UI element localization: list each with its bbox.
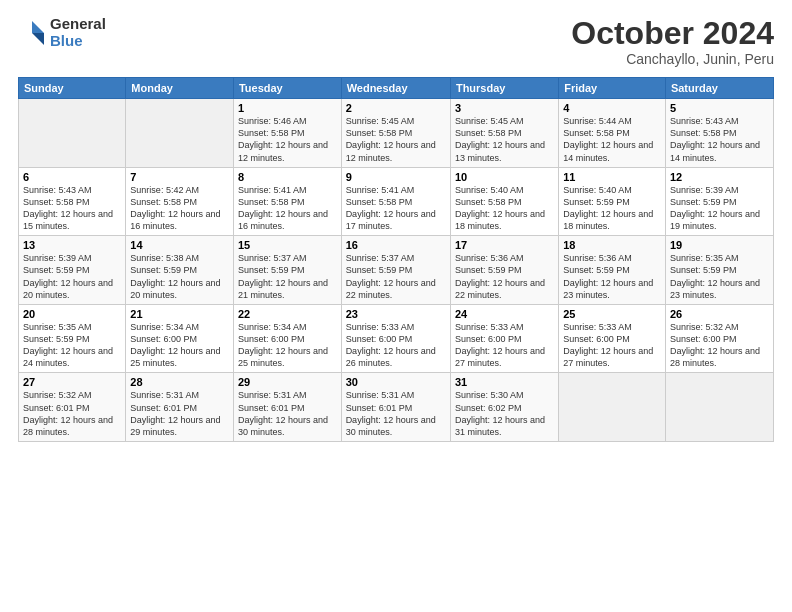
day-number: 8 xyxy=(238,171,337,183)
day-number: 31 xyxy=(455,376,554,388)
week-row-2: 13Sunrise: 5:39 AM Sunset: 5:59 PM Dayli… xyxy=(19,236,774,305)
svg-marker-1 xyxy=(32,33,44,45)
day-number: 11 xyxy=(563,171,661,183)
day-number: 26 xyxy=(670,308,769,320)
day-number: 24 xyxy=(455,308,554,320)
col-thursday: Thursday xyxy=(450,78,558,99)
calendar-header: Sunday Monday Tuesday Wednesday Thursday… xyxy=(19,78,774,99)
day-info: Sunrise: 5:30 AM Sunset: 6:02 PM Dayligh… xyxy=(455,389,554,438)
page: General Blue October 2024 Canchayllo, Ju… xyxy=(0,0,792,612)
day-number: 2 xyxy=(346,102,446,114)
day-info: Sunrise: 5:42 AM Sunset: 5:58 PM Dayligh… xyxy=(130,184,229,233)
header-row: Sunday Monday Tuesday Wednesday Thursday… xyxy=(19,78,774,99)
day-cell: 26Sunrise: 5:32 AM Sunset: 6:00 PM Dayli… xyxy=(665,304,773,373)
week-row-4: 27Sunrise: 5:32 AM Sunset: 6:01 PM Dayli… xyxy=(19,373,774,442)
day-cell: 23Sunrise: 5:33 AM Sunset: 6:00 PM Dayli… xyxy=(341,304,450,373)
day-cell: 8Sunrise: 5:41 AM Sunset: 5:58 PM Daylig… xyxy=(233,167,341,236)
day-number: 19 xyxy=(670,239,769,251)
day-cell: 1Sunrise: 5:46 AM Sunset: 5:58 PM Daylig… xyxy=(233,99,341,168)
col-wednesday: Wednesday xyxy=(341,78,450,99)
day-info: Sunrise: 5:45 AM Sunset: 5:58 PM Dayligh… xyxy=(455,115,554,164)
day-number: 10 xyxy=(455,171,554,183)
calendar-body: 1Sunrise: 5:46 AM Sunset: 5:58 PM Daylig… xyxy=(19,99,774,442)
day-info: Sunrise: 5:41 AM Sunset: 5:58 PM Dayligh… xyxy=(238,184,337,233)
day-cell: 9Sunrise: 5:41 AM Sunset: 5:58 PM Daylig… xyxy=(341,167,450,236)
week-row-3: 20Sunrise: 5:35 AM Sunset: 5:59 PM Dayli… xyxy=(19,304,774,373)
day-info: Sunrise: 5:40 AM Sunset: 5:58 PM Dayligh… xyxy=(455,184,554,233)
day-cell: 16Sunrise: 5:37 AM Sunset: 5:59 PM Dayli… xyxy=(341,236,450,305)
day-info: Sunrise: 5:41 AM Sunset: 5:58 PM Dayligh… xyxy=(346,184,446,233)
day-number: 9 xyxy=(346,171,446,183)
day-info: Sunrise: 5:31 AM Sunset: 6:01 PM Dayligh… xyxy=(130,389,229,438)
day-info: Sunrise: 5:31 AM Sunset: 6:01 PM Dayligh… xyxy=(346,389,446,438)
day-info: Sunrise: 5:33 AM Sunset: 6:00 PM Dayligh… xyxy=(346,321,446,370)
day-info: Sunrise: 5:43 AM Sunset: 5:58 PM Dayligh… xyxy=(23,184,121,233)
day-cell: 2Sunrise: 5:45 AM Sunset: 5:58 PM Daylig… xyxy=(341,99,450,168)
day-number: 1 xyxy=(238,102,337,114)
day-cell: 13Sunrise: 5:39 AM Sunset: 5:59 PM Dayli… xyxy=(19,236,126,305)
day-info: Sunrise: 5:44 AM Sunset: 5:58 PM Dayligh… xyxy=(563,115,661,164)
day-info: Sunrise: 5:35 AM Sunset: 5:59 PM Dayligh… xyxy=(23,321,121,370)
logo-text: General Blue xyxy=(50,16,106,49)
day-cell xyxy=(126,99,234,168)
day-info: Sunrise: 5:36 AM Sunset: 5:59 PM Dayligh… xyxy=(563,252,661,301)
day-number: 28 xyxy=(130,376,229,388)
day-number: 4 xyxy=(563,102,661,114)
col-sunday: Sunday xyxy=(19,78,126,99)
logo-blue: Blue xyxy=(50,33,106,50)
day-number: 22 xyxy=(238,308,337,320)
day-info: Sunrise: 5:37 AM Sunset: 5:59 PM Dayligh… xyxy=(346,252,446,301)
day-number: 17 xyxy=(455,239,554,251)
day-cell: 6Sunrise: 5:43 AM Sunset: 5:58 PM Daylig… xyxy=(19,167,126,236)
day-number: 14 xyxy=(130,239,229,251)
month-title: October 2024 xyxy=(571,16,774,51)
col-saturday: Saturday xyxy=(665,78,773,99)
day-cell xyxy=(559,373,666,442)
day-number: 7 xyxy=(130,171,229,183)
logo-general: General xyxy=(50,16,106,33)
header: General Blue October 2024 Canchayllo, Ju… xyxy=(18,16,774,67)
day-info: Sunrise: 5:31 AM Sunset: 6:01 PM Dayligh… xyxy=(238,389,337,438)
day-info: Sunrise: 5:33 AM Sunset: 6:00 PM Dayligh… xyxy=(563,321,661,370)
day-info: Sunrise: 5:45 AM Sunset: 5:58 PM Dayligh… xyxy=(346,115,446,164)
day-info: Sunrise: 5:37 AM Sunset: 5:59 PM Dayligh… xyxy=(238,252,337,301)
day-info: Sunrise: 5:40 AM Sunset: 5:59 PM Dayligh… xyxy=(563,184,661,233)
day-cell: 29Sunrise: 5:31 AM Sunset: 6:01 PM Dayli… xyxy=(233,373,341,442)
day-info: Sunrise: 5:33 AM Sunset: 6:00 PM Dayligh… xyxy=(455,321,554,370)
day-info: Sunrise: 5:39 AM Sunset: 5:59 PM Dayligh… xyxy=(670,184,769,233)
day-number: 27 xyxy=(23,376,121,388)
day-cell: 12Sunrise: 5:39 AM Sunset: 5:59 PM Dayli… xyxy=(665,167,773,236)
day-number: 12 xyxy=(670,171,769,183)
day-cell: 7Sunrise: 5:42 AM Sunset: 5:58 PM Daylig… xyxy=(126,167,234,236)
day-cell: 4Sunrise: 5:44 AM Sunset: 5:58 PM Daylig… xyxy=(559,99,666,168)
day-info: Sunrise: 5:36 AM Sunset: 5:59 PM Dayligh… xyxy=(455,252,554,301)
day-number: 21 xyxy=(130,308,229,320)
week-row-1: 6Sunrise: 5:43 AM Sunset: 5:58 PM Daylig… xyxy=(19,167,774,236)
day-info: Sunrise: 5:39 AM Sunset: 5:59 PM Dayligh… xyxy=(23,252,121,301)
day-cell xyxy=(19,99,126,168)
day-info: Sunrise: 5:32 AM Sunset: 6:00 PM Dayligh… xyxy=(670,321,769,370)
day-cell: 19Sunrise: 5:35 AM Sunset: 5:59 PM Dayli… xyxy=(665,236,773,305)
day-info: Sunrise: 5:38 AM Sunset: 5:59 PM Dayligh… xyxy=(130,252,229,301)
day-number: 20 xyxy=(23,308,121,320)
day-number: 3 xyxy=(455,102,554,114)
day-info: Sunrise: 5:32 AM Sunset: 6:01 PM Dayligh… xyxy=(23,389,121,438)
day-cell: 21Sunrise: 5:34 AM Sunset: 6:00 PM Dayli… xyxy=(126,304,234,373)
title-block: October 2024 Canchayllo, Junin, Peru xyxy=(571,16,774,67)
week-row-0: 1Sunrise: 5:46 AM Sunset: 5:58 PM Daylig… xyxy=(19,99,774,168)
day-number: 5 xyxy=(670,102,769,114)
day-number: 16 xyxy=(346,239,446,251)
day-cell: 20Sunrise: 5:35 AM Sunset: 5:59 PM Dayli… xyxy=(19,304,126,373)
day-number: 25 xyxy=(563,308,661,320)
day-cell: 17Sunrise: 5:36 AM Sunset: 5:59 PM Dayli… xyxy=(450,236,558,305)
day-number: 15 xyxy=(238,239,337,251)
day-cell xyxy=(665,373,773,442)
day-number: 23 xyxy=(346,308,446,320)
day-cell: 10Sunrise: 5:40 AM Sunset: 5:58 PM Dayli… xyxy=(450,167,558,236)
logo-icon xyxy=(18,19,46,47)
calendar: Sunday Monday Tuesday Wednesday Thursday… xyxy=(18,77,774,442)
day-cell: 27Sunrise: 5:32 AM Sunset: 6:01 PM Dayli… xyxy=(19,373,126,442)
day-info: Sunrise: 5:34 AM Sunset: 6:00 PM Dayligh… xyxy=(130,321,229,370)
day-info: Sunrise: 5:35 AM Sunset: 5:59 PM Dayligh… xyxy=(670,252,769,301)
day-cell: 3Sunrise: 5:45 AM Sunset: 5:58 PM Daylig… xyxy=(450,99,558,168)
